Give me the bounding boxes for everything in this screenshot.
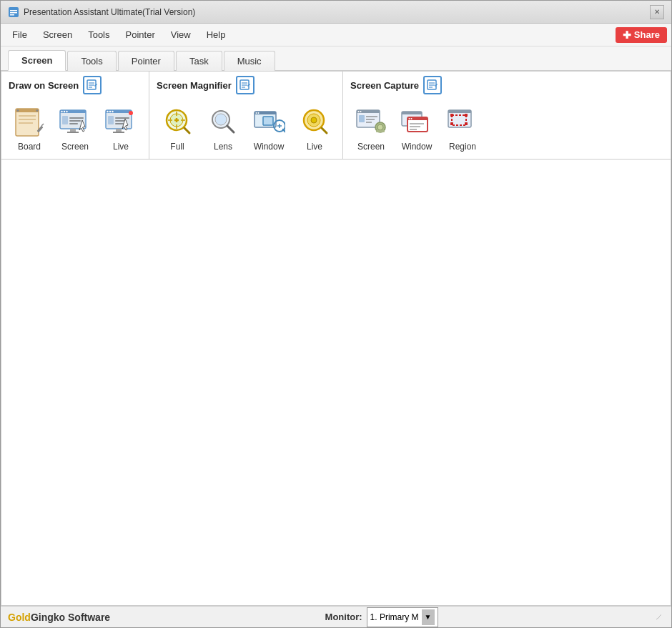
svg-rect-2: [10, 12, 17, 14]
magnifier-full-button[interactable]: Full: [157, 103, 198, 154]
draw-screen-label: Screen: [61, 142, 89, 152]
svg-rect-37: [113, 132, 124, 133]
magnifier-live-button[interactable]: Live: [294, 103, 335, 154]
capture-region-button[interactable]: Region: [442, 103, 483, 154]
draw-screen-button[interactable]: Screen: [54, 103, 96, 154]
svg-line-61: [283, 129, 285, 132]
capture-settings-button[interactable]: [423, 76, 442, 94]
main-content: Draw on Screen: [1, 71, 671, 606]
capture-window-button[interactable]: Window: [396, 103, 438, 154]
svg-rect-97: [450, 122, 453, 125]
svg-point-81: [377, 124, 383, 130]
svg-point-20: [66, 111, 67, 112]
svg-rect-22: [69, 117, 84, 119]
draw-live-button[interactable]: Live: [100, 103, 142, 154]
capture-screen-button[interactable]: Screen: [350, 103, 392, 154]
draw-settings-button[interactable]: [83, 76, 102, 94]
screen-draw-icon: [59, 106, 92, 139]
svg-point-19: [64, 111, 65, 112]
magnifier-full-label: Full: [170, 142, 184, 152]
menu-screen[interactable]: Screen: [36, 27, 79, 42]
magnifier-settings-icon: [239, 79, 251, 91]
svg-line-67: [322, 128, 327, 133]
magnifier-lens-button[interactable]: Lens: [202, 103, 244, 154]
tab-music[interactable]: Music: [224, 51, 275, 71]
region-cap-icon: [446, 106, 479, 139]
toolbar-row: Draw on Screen: [1, 72, 671, 160]
svg-rect-32: [108, 116, 114, 124]
draw-board-label: Board: [18, 142, 41, 152]
draw-section-title: Draw on Screen: [9, 80, 79, 91]
tab-task[interactable]: Task: [176, 51, 222, 71]
svg-rect-90: [410, 126, 420, 127]
svg-rect-9: [16, 109, 39, 112]
window-mag-icon: [252, 106, 285, 139]
menu-view[interactable]: View: [164, 27, 198, 42]
live-draw-icon: [104, 106, 137, 139]
close-button[interactable]: ✕: [650, 5, 664, 19]
menu-file[interactable]: File: [5, 27, 34, 42]
capture-window-label: Window: [402, 142, 433, 152]
capture-region-label: Region: [449, 142, 476, 152]
magnifier-live-label: Live: [307, 142, 322, 152]
svg-rect-96: [465, 114, 468, 117]
window-title: Presentation Assistant Ultimate(Trial Ve…: [24, 7, 195, 17]
monitor-dropdown-arrow[interactable]: ▼: [422, 609, 435, 625]
menu-items: File Screen Tools Pointer View Help: [5, 27, 232, 42]
menu-bar: File Screen Tools Pointer View Help ✚ Sh…: [1, 24, 671, 46]
magnifier-lens-label: Lens: [214, 142, 232, 152]
brand-text: GoldGingko Software: [8, 612, 110, 623]
tab-screen[interactable]: Screen: [8, 50, 66, 71]
svg-point-66: [311, 117, 317, 123]
lens-mag-icon: [207, 106, 239, 139]
full-mag-icon: [161, 106, 194, 139]
live-mag-icon: [298, 106, 331, 139]
svg-rect-36: [116, 129, 122, 132]
draw-section-header: Draw on Screen: [9, 76, 142, 97]
share-button[interactable]: ✚ Share: [616, 27, 667, 43]
tab-tools[interactable]: Tools: [67, 51, 116, 71]
capture-screen-label: Screen: [357, 142, 385, 152]
monitor-select[interactable]: 1. Primary M ▼: [367, 607, 438, 627]
menu-help[interactable]: Help: [199, 27, 233, 42]
svg-rect-76: [359, 115, 365, 122]
svg-point-74: [358, 111, 360, 112]
magnifier-window-button[interactable]: Window: [248, 103, 290, 154]
svg-point-87: [409, 118, 410, 119]
menu-tools[interactable]: Tools: [81, 27, 117, 42]
svg-line-54: [227, 126, 234, 132]
capture-section-header: Screen Capture: [350, 76, 483, 97]
screen-cap-icon: [355, 106, 387, 139]
capture-tool-items: Screen: [350, 103, 483, 154]
svg-point-53: [215, 114, 227, 125]
svg-rect-82: [376, 130, 385, 132]
draw-settings-icon: [87, 79, 98, 91]
content-area: [1, 160, 671, 605]
svg-rect-24: [69, 123, 78, 124]
svg-rect-3: [10, 14, 14, 16]
main-window: Presentation Assistant Ultimate(Trial Ve…: [0, 0, 672, 628]
svg-rect-78: [366, 119, 375, 120]
svg-rect-95: [450, 114, 453, 117]
menu-pointer[interactable]: Pointer: [119, 27, 162, 42]
svg-line-15: [41, 124, 44, 126]
svg-point-58: [258, 112, 260, 114]
monitor-label: Monitor:: [325, 612, 362, 622]
draw-live-label: Live: [113, 142, 129, 152]
svg-rect-26: [67, 132, 79, 133]
tab-pointer[interactable]: Pointer: [118, 51, 174, 71]
magnifier-settings-button[interactable]: [236, 76, 255, 94]
draw-on-screen-section: Draw on Screen: [1, 72, 149, 159]
monitor-value: 1. Primary M: [370, 612, 422, 622]
draw-tool-items: Board: [9, 103, 142, 154]
resize-handle[interactable]: ⟋: [653, 612, 664, 623]
title-bar-controls: ✕: [650, 5, 664, 19]
svg-rect-1: [10, 10, 17, 11]
svg-rect-35: [115, 123, 124, 124]
svg-point-75: [360, 111, 362, 112]
monitor-section: Monitor: 1. Primary M ▼: [325, 607, 438, 627]
svg-line-49: [184, 128, 189, 133]
svg-rect-25: [70, 129, 76, 132]
svg-point-57: [256, 112, 257, 114]
draw-board-button[interactable]: Board: [9, 103, 50, 154]
